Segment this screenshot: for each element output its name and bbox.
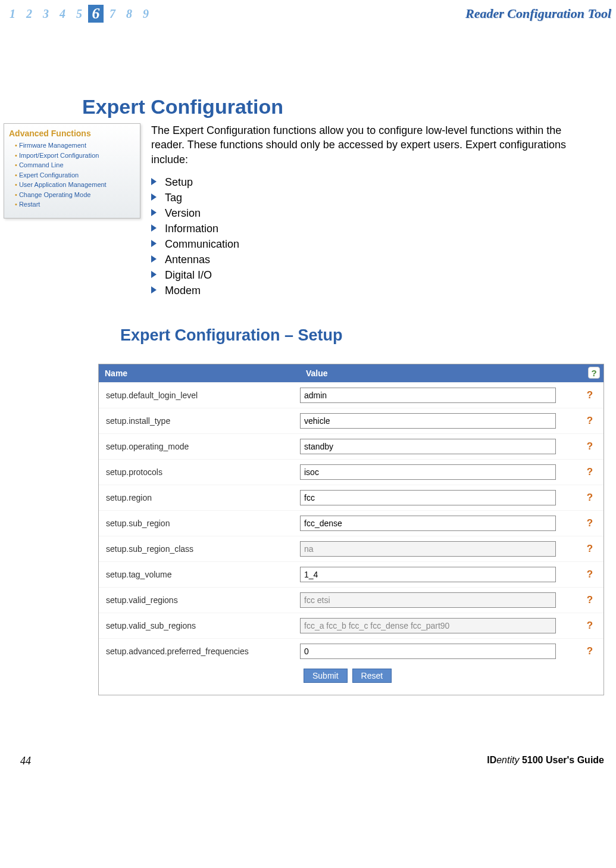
- chapter-link-4[interactable]: 4: [55, 7, 70, 21]
- config-table: Name Value ? setup.default_login_level?s…: [98, 364, 604, 695]
- table-row: setup.tag_volume?: [99, 561, 604, 587]
- setting-name: setup.region: [102, 493, 300, 502]
- footer: 44 IDentity 5100 User's Guide: [0, 695, 616, 767]
- row-help-icon[interactable]: ?: [580, 441, 600, 452]
- intro-paragraph: The Expert Configuration functions allow…: [151, 123, 586, 167]
- setting-name: setup.protocols: [102, 467, 300, 477]
- setting-name: setup.default_login_level: [102, 391, 300, 400]
- chapter-nav: 123456789: [5, 5, 154, 23]
- setting-name: setup.install_type: [102, 416, 300, 426]
- panel-item[interactable]: Import/Export Configuration: [15, 151, 135, 161]
- setting-input[interactable]: [300, 516, 556, 531]
- col-value: Value: [300, 364, 584, 382]
- setting-input[interactable]: [300, 567, 556, 582]
- chapter-link-6[interactable]: 6: [88, 5, 104, 23]
- panel-item[interactable]: Command Line: [15, 160, 135, 170]
- table-row: setup.valid_sub_regions?: [99, 613, 604, 638]
- advanced-functions-panel: Advanced Functions Firmware ManagementIm…: [4, 123, 140, 218]
- setting-input[interactable]: [300, 490, 556, 505]
- feature-item: Tag: [151, 192, 586, 204]
- panel-item[interactable]: User Application Management: [15, 180, 135, 190]
- reset-button[interactable]: Reset: [352, 669, 392, 683]
- feature-label: Information: [165, 223, 218, 235]
- row-help-icon[interactable]: ?: [580, 517, 600, 529]
- row-help-icon[interactable]: ?: [580, 415, 600, 427]
- help-icon[interactable]: ?: [588, 367, 600, 379]
- setting-input[interactable]: [300, 439, 556, 454]
- setting-name: setup.sub_region: [102, 519, 300, 528]
- setting-name: setup.valid_sub_regions: [102, 621, 300, 630]
- panel-title: Advanced Functions: [9, 129, 135, 138]
- section-heading: Expert Configuration – Setup: [120, 326, 616, 345]
- setting-name: setup.tag_volume: [102, 570, 300, 579]
- setting-input: [300, 592, 556, 608]
- row-help-icon[interactable]: ?: [580, 389, 600, 401]
- arrow-icon: [151, 224, 157, 232]
- page-number: 44: [20, 755, 31, 767]
- table-row: setup.default_login_level?: [99, 382, 604, 408]
- row-help-icon[interactable]: ?: [580, 620, 600, 632]
- row-help-icon[interactable]: ?: [580, 569, 600, 580]
- arrow-icon: [151, 240, 157, 247]
- table-row: setup.install_type?: [99, 408, 604, 433]
- setting-input[interactable]: [300, 388, 556, 403]
- setting-input[interactable]: [300, 464, 556, 480]
- setting-input[interactable]: [300, 413, 556, 429]
- feature-label: Antennas: [165, 254, 210, 266]
- feature-item: Modem: [151, 285, 586, 297]
- setting-input: [300, 618, 556, 633]
- row-help-icon[interactable]: ?: [580, 594, 600, 606]
- chapter-link-8[interactable]: 8: [121, 7, 137, 21]
- arrow-icon: [151, 271, 157, 278]
- table-row: setup.valid_regions?: [99, 587, 604, 613]
- chapter-link-1[interactable]: 1: [5, 7, 20, 21]
- feature-item: Communication: [151, 238, 586, 251]
- feature-label: Digital I/O: [165, 269, 212, 281]
- setting-name: setup.valid_regions: [102, 595, 300, 605]
- panel-item[interactable]: Firmware Management: [15, 140, 135, 151]
- feature-item: Setup: [151, 176, 586, 189]
- feature-label: Modem: [165, 285, 201, 296]
- table-row: setup.region?: [99, 485, 604, 510]
- row-help-icon[interactable]: ?: [580, 645, 600, 657]
- chapter-link-9[interactable]: 9: [138, 7, 154, 21]
- header-tool-title: Reader Configuration Tool: [465, 6, 611, 21]
- arrow-icon: [151, 193, 157, 201]
- arrow-icon: [151, 178, 157, 185]
- setting-name: setup.advanced.preferred_frequencies: [102, 647, 300, 656]
- setting-input[interactable]: [300, 644, 556, 659]
- top-bar: 123456789 Reader Configuration Tool: [0, 5, 616, 30]
- table-row: setup.operating_mode?: [99, 433, 604, 459]
- feature-item: Antennas: [151, 254, 586, 266]
- feature-label: Communication: [165, 238, 239, 250]
- guide-title: IDentity 5100 User's Guide: [487, 755, 604, 767]
- arrow-icon: [151, 209, 157, 216]
- panel-item[interactable]: Restart: [15, 199, 135, 210]
- feature-item: Information: [151, 223, 586, 235]
- feature-label: Tag: [165, 192, 182, 204]
- row-help-icon[interactable]: ?: [580, 543, 600, 555]
- table-header: Name Value ?: [99, 364, 604, 382]
- col-help: ?: [584, 364, 604, 382]
- row-help-icon[interactable]: ?: [580, 492, 600, 504]
- feature-list: SetupTagVersionInformationCommunicationA…: [151, 176, 586, 297]
- chapter-link-5[interactable]: 5: [71, 7, 87, 21]
- col-name: Name: [99, 364, 300, 382]
- setting-name: setup.operating_mode: [102, 442, 300, 451]
- page-title: Expert Configuration: [82, 95, 616, 118]
- panel-item[interactable]: Change Operating Mode: [15, 190, 135, 200]
- table-row: setup.advanced.preferred_frequencies?: [99, 638, 604, 664]
- submit-button[interactable]: Submit: [304, 669, 348, 683]
- panel-item[interactable]: Expert Configuration: [15, 170, 135, 180]
- table-row: setup.sub_region?: [99, 510, 604, 536]
- chapter-link-7[interactable]: 7: [105, 7, 120, 21]
- arrow-icon: [151, 255, 157, 263]
- chapter-link-2[interactable]: 2: [21, 7, 37, 21]
- row-help-icon[interactable]: ?: [580, 466, 600, 478]
- feature-item: Version: [151, 207, 586, 220]
- feature-label: Version: [165, 207, 201, 219]
- feature-label: Setup: [165, 176, 193, 188]
- table-row: setup.protocols?: [99, 459, 604, 485]
- feature-item: Digital I/O: [151, 269, 586, 282]
- chapter-link-3[interactable]: 3: [38, 7, 54, 21]
